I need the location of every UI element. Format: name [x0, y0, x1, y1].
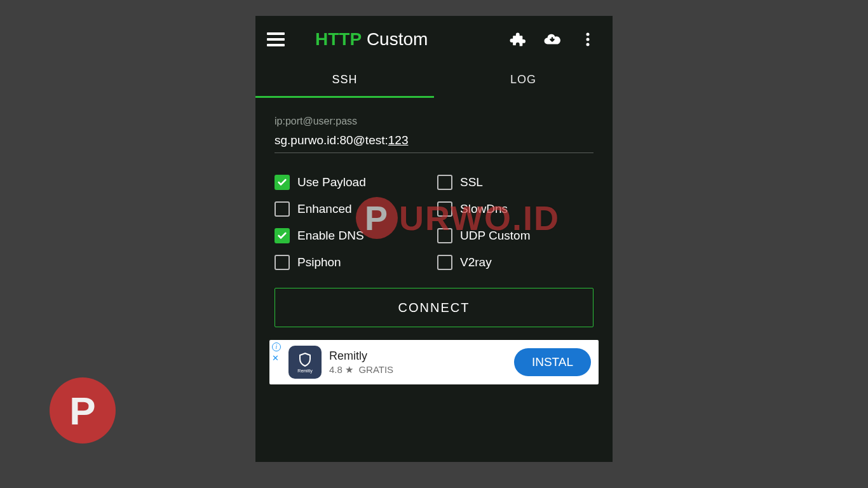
- ad-text: Remitly 4.8 ★ GRATIS: [329, 349, 514, 376]
- checkbox-icon: [437, 175, 452, 190]
- content: ip:port@user:pass sg.purwo.id:80@test:12…: [255, 98, 613, 327]
- close-icon[interactable]: ✕: [272, 354, 281, 362]
- checkbox-label: UDP Custom: [460, 229, 531, 243]
- ssh-field-label: ip:port@user:pass: [275, 116, 593, 127]
- checkbox-v2ray[interactable]: V2ray: [437, 255, 593, 270]
- ad-title: Remitly: [329, 349, 514, 363]
- checkbox-udp-custom[interactable]: UDP Custom: [437, 228, 593, 243]
- title-custom: Custom: [362, 29, 428, 49]
- tab-log[interactable]: LOG: [434, 63, 613, 98]
- checkbox-ssl[interactable]: SSL: [437, 175, 593, 190]
- ssh-field[interactable]: sg.purwo.id:80@test:123: [275, 130, 593, 153]
- title-http: HTTP: [315, 29, 362, 49]
- checkbox-icon: [437, 228, 452, 243]
- checkbox-label: Enhanced: [297, 202, 352, 216]
- tab-ssh[interactable]: SSH: [255, 63, 434, 98]
- more-icon[interactable]: [577, 29, 599, 50]
- checkbox-icon: [275, 175, 290, 190]
- checkbox-icon: [275, 255, 290, 270]
- checkbox-label: Enable DNS: [297, 229, 364, 243]
- menu-icon[interactable]: [267, 29, 288, 50]
- checkbox-icon: [437, 255, 452, 270]
- checkbox-enhanced[interactable]: Enhanced: [275, 201, 431, 217]
- ad-subtitle: 4.8 ★ GRATIS: [329, 364, 514, 376]
- ad-app-icon: Remitly: [288, 346, 322, 379]
- svg-point-2: [587, 43, 590, 46]
- ad-install-button[interactable]: INSTAL: [514, 348, 591, 376]
- app-window: HTTP Custom SSH LOG ip:port@user:pass sg…: [255, 16, 613, 462]
- app-title: HTTP Custom: [315, 29, 492, 50]
- checkbox-enable-dns[interactable]: Enable DNS: [275, 228, 431, 243]
- tabs: SSH LOG: [255, 63, 613, 98]
- checkbox-use-payload[interactable]: Use Payload: [275, 175, 431, 190]
- connect-button[interactable]: CONNECT: [275, 288, 593, 327]
- svg-point-1: [587, 38, 590, 41]
- checkbox-label: SSL: [460, 175, 483, 189]
- cloud-download-icon[interactable]: [541, 29, 563, 50]
- info-icon[interactable]: i: [272, 342, 281, 351]
- checkbox-label: Use Payload: [297, 175, 366, 189]
- ad-badge: i ✕: [272, 342, 281, 362]
- options-grid: Use Payload SSL Enhanced SlowDns Enable …: [275, 175, 593, 270]
- checkbox-psiphon[interactable]: Psiphon: [275, 255, 431, 270]
- topbar: HTTP Custom: [255, 16, 613, 63]
- svg-point-0: [587, 33, 590, 36]
- logo-badge: P: [50, 377, 116, 444]
- checkbox-label: Psiphon: [297, 255, 341, 269]
- checkbox-slowdns[interactable]: SlowDns: [437, 201, 593, 217]
- checkbox-icon: [275, 228, 290, 243]
- checkbox-icon: [437, 201, 452, 217]
- extension-icon[interactable]: [506, 29, 527, 50]
- checkbox-icon: [275, 201, 290, 217]
- checkbox-label: V2ray: [460, 255, 492, 269]
- ad-banner[interactable]: i ✕ Remitly Remitly 4.8 ★ GRATIS INSTAL: [269, 340, 599, 384]
- checkbox-label: SlowDns: [460, 202, 508, 216]
